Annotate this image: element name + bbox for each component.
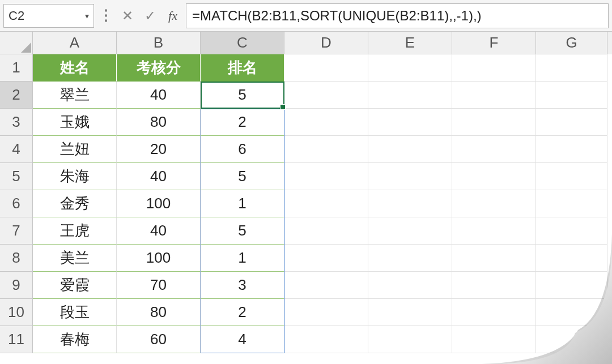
cell-F11[interactable] xyxy=(452,326,536,353)
cell-A3[interactable]: 玉娥 xyxy=(33,109,117,136)
row-header-3[interactable]: 3 xyxy=(0,109,33,136)
cell-D1[interactable] xyxy=(284,54,368,82)
col-header-D[interactable]: D xyxy=(284,32,368,54)
cell-D4[interactable] xyxy=(284,136,368,163)
cell-E9[interactable] xyxy=(368,272,452,299)
cell-E5[interactable] xyxy=(368,163,452,190)
cell-E8[interactable] xyxy=(368,245,452,272)
cell-A9[interactable]: 爱霞 xyxy=(33,272,117,299)
cell-D6[interactable] xyxy=(284,190,368,217)
cell-E2[interactable] xyxy=(368,82,452,109)
cell-E1[interactable] xyxy=(368,54,452,82)
fx-icon[interactable]: fx xyxy=(163,4,182,28)
cell-G3[interactable] xyxy=(536,109,607,136)
cell-B9[interactable]: 70 xyxy=(117,272,201,299)
row-header-4[interactable]: 4 xyxy=(0,136,33,163)
name-box[interactable]: C2 ▾ xyxy=(3,4,94,28)
spreadsheet-grid[interactable]: A B C D E F G 1 姓名 考核分 排名 2 翠兰 40 5 xyxy=(0,32,612,353)
cell-D10[interactable] xyxy=(284,299,368,326)
cell-G8[interactable] xyxy=(536,245,607,272)
col-header-A[interactable]: A xyxy=(33,32,117,54)
cell-B3[interactable]: 80 xyxy=(117,109,201,136)
cell-G9[interactable] xyxy=(536,272,607,299)
cell-B2[interactable]: 40 xyxy=(117,82,201,109)
cell-D8[interactable] xyxy=(284,245,368,272)
cell-G6[interactable] xyxy=(536,190,607,217)
cell-D5[interactable] xyxy=(284,163,368,190)
cell-F2[interactable] xyxy=(452,82,536,109)
cell-D9[interactable] xyxy=(284,272,368,299)
cell-F9[interactable] xyxy=(452,272,536,299)
cell-E10[interactable] xyxy=(368,299,452,326)
row-header-1[interactable]: 1 xyxy=(0,54,33,82)
row-header-2[interactable]: 2 xyxy=(0,82,33,109)
cell-A4[interactable]: 兰妞 xyxy=(33,136,117,163)
row-header-11[interactable]: 11 xyxy=(0,326,33,353)
cell-B5[interactable]: 40 xyxy=(117,163,201,190)
cell-B1[interactable]: 考核分 xyxy=(117,54,201,82)
cell-A10[interactable]: 段玉 xyxy=(33,299,117,326)
row-header-8[interactable]: 8 xyxy=(0,245,33,272)
cell-E7[interactable] xyxy=(368,217,452,245)
cell-B6[interactable]: 100 xyxy=(117,190,201,217)
col-header-F[interactable]: F xyxy=(452,32,536,54)
cancel-icon[interactable]: ✕ xyxy=(118,4,137,28)
cell-D11[interactable] xyxy=(284,326,368,353)
cell-G2[interactable] xyxy=(536,82,607,109)
cell-G11[interactable] xyxy=(536,326,607,353)
cell-E4[interactable] xyxy=(368,136,452,163)
cell-A6[interactable]: 金秀 xyxy=(33,190,117,217)
cell-A11[interactable]: 春梅 xyxy=(33,326,117,353)
row-header-9[interactable]: 9 xyxy=(0,272,33,299)
cell-G1[interactable] xyxy=(536,54,607,82)
formula-input[interactable]: =MATCH(B2:B11,SORT(UNIQUE(B2:B11),,-1),) xyxy=(186,3,609,28)
cell-F4[interactable] xyxy=(452,136,536,163)
cell-C9[interactable]: 3 xyxy=(201,272,284,299)
cell-A5[interactable]: 朱海 xyxy=(33,163,117,190)
row-header-7[interactable]: 7 xyxy=(0,217,33,245)
cell-F8[interactable] xyxy=(452,245,536,272)
cell-C10[interactable]: 2 xyxy=(201,299,284,326)
col-header-G[interactable]: G xyxy=(536,32,607,54)
cell-A7[interactable]: 王虎 xyxy=(33,217,117,245)
col-header-B[interactable]: B xyxy=(117,32,201,54)
cell-D3[interactable] xyxy=(284,109,368,136)
cell-C11[interactable]: 4 xyxy=(201,326,284,353)
col-header-C[interactable]: C xyxy=(201,32,284,54)
cell-B11[interactable]: 60 xyxy=(117,326,201,353)
cell-G7[interactable] xyxy=(536,217,607,245)
col-header-E[interactable]: E xyxy=(368,32,452,54)
cell-C7[interactable]: 5 xyxy=(201,217,284,245)
cell-G10[interactable] xyxy=(536,299,607,326)
cell-E11[interactable] xyxy=(368,326,452,353)
cell-A2[interactable]: 翠兰 xyxy=(33,82,117,109)
row-header-5[interactable]: 5 xyxy=(0,163,33,190)
cell-B8[interactable]: 100 xyxy=(117,245,201,272)
cell-F1[interactable] xyxy=(452,54,536,82)
cell-D7[interactable] xyxy=(284,217,368,245)
enter-icon[interactable]: ✓ xyxy=(141,4,160,28)
cell-B4[interactable]: 20 xyxy=(117,136,201,163)
cell-F3[interactable] xyxy=(452,109,536,136)
cell-C2[interactable]: 5 xyxy=(201,82,284,109)
cell-A8[interactable]: 美兰 xyxy=(33,245,117,272)
cell-E6[interactable] xyxy=(368,190,452,217)
cell-B7[interactable]: 40 xyxy=(117,217,201,245)
cell-C3[interactable]: 2 xyxy=(201,109,284,136)
cell-G5[interactable] xyxy=(536,163,607,190)
row-header-10[interactable]: 10 xyxy=(0,299,33,326)
cell-C1[interactable]: 排名 xyxy=(201,54,284,82)
chevron-down-icon[interactable]: ▾ xyxy=(85,11,89,20)
cell-F5[interactable] xyxy=(452,163,536,190)
cell-F6[interactable] xyxy=(452,190,536,217)
cell-C4[interactable]: 6 xyxy=(201,136,284,163)
row-header-6[interactable]: 6 xyxy=(0,190,33,217)
cell-B10[interactable]: 80 xyxy=(117,299,201,326)
cell-C6[interactable]: 1 xyxy=(201,190,284,217)
cell-C5[interactable]: 5 xyxy=(201,163,284,190)
cell-D2[interactable] xyxy=(284,82,368,109)
select-all-corner[interactable] xyxy=(0,32,33,54)
cell-G4[interactable] xyxy=(536,136,607,163)
cell-A1[interactable]: 姓名 xyxy=(33,54,117,82)
cell-E3[interactable] xyxy=(368,109,452,136)
